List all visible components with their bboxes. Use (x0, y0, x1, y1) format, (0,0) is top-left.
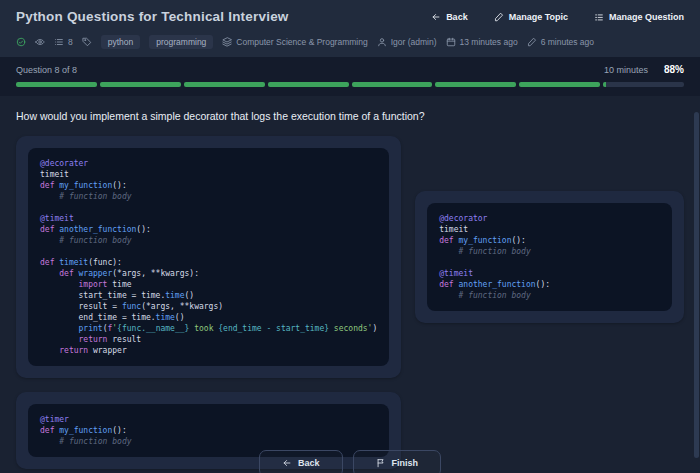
layers-icon (222, 37, 232, 47)
vertical-scrollbar[interactable] (694, 112, 699, 458)
manage-question-button[interactable]: Manage Question (594, 12, 684, 22)
updated-item: 6 minutes ago (527, 37, 594, 47)
quiz-page: { "header": { "title": "Python Questions… (0, 0, 700, 473)
progress-section: Question 8 of 8 10 minutes 88% (0, 57, 700, 96)
category-item: Computer Science & Programming (222, 37, 367, 47)
user-icon (377, 37, 387, 47)
finish-button-label: Finish (392, 458, 419, 468)
arrow-left-icon (282, 458, 292, 468)
footer-back-label: Back (298, 458, 320, 468)
footer-back-button[interactable]: Back (259, 450, 343, 473)
question-progress-label: Question 8 of 8 (16, 65, 77, 75)
time-remaining-label: 10 minutes (604, 65, 648, 75)
back-button-label: Back (446, 12, 468, 22)
calendar-icon (446, 37, 456, 47)
header-actions: Back Manage Topic Manage Question (431, 12, 684, 22)
author-label: Igor (admin) (391, 37, 437, 47)
list-check-icon (594, 12, 604, 22)
finish-button[interactable]: Finish (353, 450, 442, 473)
tag-icon (82, 37, 92, 47)
code-block-a: @decoratertimeitdef my_function(): # fun… (28, 148, 389, 366)
eye-icon (35, 37, 45, 47)
flag-icon (376, 458, 386, 468)
category-label: Computer Science & Programming (236, 37, 367, 47)
tag-python[interactable]: python (101, 35, 141, 49)
header: Python Questions for Technical Interview… (0, 0, 700, 57)
arrow-left-icon (431, 12, 441, 22)
answer-options: @decoratertimeitdef my_function(): # fun… (0, 135, 700, 469)
back-button[interactable]: Back (431, 12, 468, 22)
created-label: 13 minutes ago (460, 37, 518, 47)
created-item: 13 minutes ago (446, 37, 518, 47)
question-count-value: 8 (68, 37, 73, 47)
progress-bar (16, 82, 684, 87)
meta-bar: 8 python programming Computer Science & … (16, 35, 684, 49)
manage-question-label: Manage Question (609, 12, 684, 22)
pencil-icon (494, 12, 504, 22)
question-count: 8 (54, 37, 73, 47)
manage-topic-label: Manage Topic (509, 12, 568, 22)
answer-option-a[interactable]: @decoratertimeitdef my_function(): # fun… (16, 136, 401, 378)
page-title: Python Questions for Technical Interview (16, 9, 289, 24)
tag-programming[interactable]: programming (149, 35, 213, 49)
answer-option-b[interactable]: @decoratortimeitdef my_function(): # fun… (415, 191, 684, 323)
pencil-icon (527, 37, 537, 47)
check-circle-icon (16, 37, 26, 47)
list-icon (54, 37, 64, 47)
code-block-b: @decoratortimeitdef my_function(): # fun… (427, 203, 672, 311)
manage-topic-button[interactable]: Manage Topic (494, 12, 568, 22)
question-text: How would you implement a simple decorat… (0, 96, 700, 135)
footer-actions: Back Finish (0, 450, 700, 473)
updated-label: 6 minutes ago (541, 37, 594, 47)
score-percent-label: 88% (664, 64, 684, 75)
author-item: Igor (admin) (377, 37, 437, 47)
